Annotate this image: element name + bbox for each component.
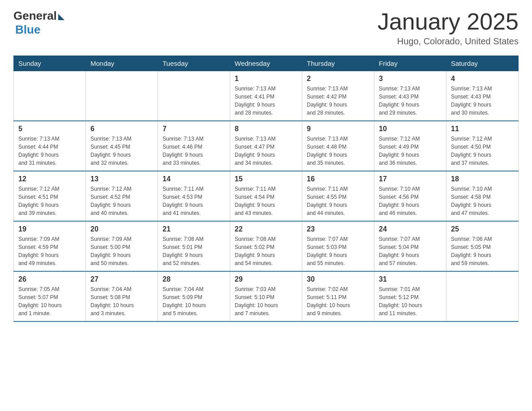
day-number: 17: [379, 175, 442, 183]
calendar-cell: 2Sunrise: 7:13 AM Sunset: 4:42 PM Daylig…: [302, 71, 374, 121]
day-info: Sunrise: 7:11 AM Sunset: 4:55 PM Dayligh…: [307, 185, 369, 217]
day-number: 27: [90, 275, 153, 283]
day-number: 24: [379, 225, 442, 233]
day-number: 3: [379, 75, 442, 83]
calendar-cell: 24Sunrise: 7:07 AM Sunset: 5:04 PM Dayli…: [374, 221, 446, 271]
day-number: 21: [163, 225, 225, 233]
day-info: Sunrise: 7:12 AM Sunset: 4:49 PM Dayligh…: [379, 135, 442, 167]
calendar-cell: 29Sunrise: 7:03 AM Sunset: 5:10 PM Dayli…: [230, 271, 302, 321]
weekday-header-monday: Monday: [86, 56, 158, 71]
day-number: 26: [18, 275, 81, 283]
calendar-cell: 27Sunrise: 7:04 AM Sunset: 5:08 PM Dayli…: [86, 271, 158, 321]
calendar-cell: 21Sunrise: 7:08 AM Sunset: 5:01 PM Dayli…: [158, 221, 230, 271]
day-number: 29: [235, 275, 297, 283]
day-number: 1: [235, 75, 297, 83]
calendar-cell: [158, 71, 230, 121]
calendar-cell: 11Sunrise: 7:12 AM Sunset: 4:50 PM Dayli…: [446, 121, 519, 171]
calendar-cell: 31Sunrise: 7:01 AM Sunset: 5:12 PM Dayli…: [374, 271, 446, 321]
weekday-header-tuesday: Tuesday: [158, 56, 230, 71]
day-info: Sunrise: 7:13 AM Sunset: 4:47 PM Dayligh…: [235, 135, 297, 167]
calendar-location: Hugo, Colorado, United States: [378, 36, 519, 47]
day-number: 5: [18, 125, 81, 133]
day-info: Sunrise: 7:04 AM Sunset: 5:09 PM Dayligh…: [163, 285, 225, 317]
day-info: Sunrise: 7:13 AM Sunset: 4:43 PM Dayligh…: [451, 85, 514, 117]
day-number: 2: [307, 75, 369, 83]
calendar-table: SundayMondayTuesdayWednesdayThursdayFrid…: [13, 56, 519, 322]
day-number: 19: [18, 225, 81, 233]
logo-blue-text: Blue: [15, 23, 40, 37]
calendar-cell: 15Sunrise: 7:11 AM Sunset: 4:54 PM Dayli…: [230, 171, 302, 221]
calendar-cell: 5Sunrise: 7:13 AM Sunset: 4:44 PM Daylig…: [14, 121, 86, 171]
calendar-cell: 8Sunrise: 7:13 AM Sunset: 4:47 PM Daylig…: [230, 121, 302, 171]
day-info: Sunrise: 7:13 AM Sunset: 4:41 PM Dayligh…: [235, 85, 297, 117]
day-info: Sunrise: 7:08 AM Sunset: 5:02 PM Dayligh…: [235, 235, 297, 267]
day-info: Sunrise: 7:13 AM Sunset: 4:45 PM Dayligh…: [90, 135, 153, 167]
calendar-cell: 30Sunrise: 7:02 AM Sunset: 5:11 PM Dayli…: [302, 271, 374, 321]
day-info: Sunrise: 7:13 AM Sunset: 4:42 PM Dayligh…: [307, 85, 369, 117]
logo-general-text: General: [13, 9, 57, 23]
title-block: January 2025 Hugo, Colorado, United Stat…: [378, 9, 519, 47]
day-info: Sunrise: 7:07 AM Sunset: 5:04 PM Dayligh…: [379, 235, 442, 267]
day-info: Sunrise: 7:06 AM Sunset: 5:05 PM Dayligh…: [451, 235, 514, 267]
day-number: 16: [307, 175, 369, 183]
calendar-cell: [86, 71, 158, 121]
day-number: 7: [163, 125, 225, 133]
day-info: Sunrise: 7:08 AM Sunset: 5:01 PM Dayligh…: [163, 235, 225, 267]
page-header: General Blue January 2025 Hugo, Colorado…: [13, 9, 519, 47]
day-info: Sunrise: 7:05 AM Sunset: 5:07 PM Dayligh…: [18, 285, 81, 317]
calendar-row-5: 26Sunrise: 7:05 AM Sunset: 5:07 PM Dayli…: [14, 271, 519, 321]
calendar-cell: 14Sunrise: 7:11 AM Sunset: 4:53 PM Dayli…: [158, 171, 230, 221]
weekday-header-row: SundayMondayTuesdayWednesdayThursdayFrid…: [14, 56, 519, 71]
day-info: Sunrise: 7:10 AM Sunset: 4:56 PM Dayligh…: [379, 185, 442, 217]
day-info: Sunrise: 7:02 AM Sunset: 5:11 PM Dayligh…: [307, 285, 369, 317]
logo: General Blue: [13, 9, 64, 37]
calendar-cell: 1Sunrise: 7:13 AM Sunset: 4:41 PM Daylig…: [230, 71, 302, 121]
calendar-cell: 26Sunrise: 7:05 AM Sunset: 5:07 PM Dayli…: [14, 271, 86, 321]
calendar-cell: [14, 71, 86, 121]
day-info: Sunrise: 7:01 AM Sunset: 5:12 PM Dayligh…: [379, 285, 442, 317]
calendar-cell: 18Sunrise: 7:10 AM Sunset: 4:58 PM Dayli…: [446, 171, 519, 221]
weekday-header-wednesday: Wednesday: [230, 56, 302, 71]
day-number: 15: [235, 175, 297, 183]
day-number: 8: [235, 125, 297, 133]
day-info: Sunrise: 7:11 AM Sunset: 4:54 PM Dayligh…: [235, 185, 297, 217]
calendar-cell: [446, 271, 519, 321]
day-info: Sunrise: 7:13 AM Sunset: 4:44 PM Dayligh…: [18, 135, 81, 167]
calendar-cell: 10Sunrise: 7:12 AM Sunset: 4:49 PM Dayli…: [374, 121, 446, 171]
day-number: 31: [379, 275, 442, 283]
weekday-header-sunday: Sunday: [14, 56, 86, 71]
calendar-row-3: 12Sunrise: 7:12 AM Sunset: 4:51 PM Dayli…: [14, 171, 519, 221]
day-number: 18: [451, 175, 514, 183]
calendar-cell: 20Sunrise: 7:09 AM Sunset: 5:00 PM Dayli…: [86, 221, 158, 271]
day-info: Sunrise: 7:11 AM Sunset: 4:53 PM Dayligh…: [163, 185, 225, 217]
day-number: 30: [307, 275, 369, 283]
calendar-cell: 12Sunrise: 7:12 AM Sunset: 4:51 PM Dayli…: [14, 171, 86, 221]
calendar-cell: 23Sunrise: 7:07 AM Sunset: 5:03 PM Dayli…: [302, 221, 374, 271]
calendar-cell: 19Sunrise: 7:09 AM Sunset: 4:59 PM Dayli…: [14, 221, 86, 271]
day-number: 28: [163, 275, 225, 283]
weekday-header-friday: Friday: [374, 56, 446, 71]
calendar-cell: 16Sunrise: 7:11 AM Sunset: 4:55 PM Dayli…: [302, 171, 374, 221]
calendar-row-1: 1Sunrise: 7:13 AM Sunset: 4:41 PM Daylig…: [14, 71, 519, 121]
calendar-cell: 28Sunrise: 7:04 AM Sunset: 5:09 PM Dayli…: [158, 271, 230, 321]
day-number: 13: [90, 175, 153, 183]
day-info: Sunrise: 7:12 AM Sunset: 4:50 PM Dayligh…: [451, 135, 514, 167]
calendar-cell: 4Sunrise: 7:13 AM Sunset: 4:43 PM Daylig…: [446, 71, 519, 121]
calendar-cell: 17Sunrise: 7:10 AM Sunset: 4:56 PM Dayli…: [374, 171, 446, 221]
day-info: Sunrise: 7:04 AM Sunset: 5:08 PM Dayligh…: [90, 285, 153, 317]
day-info: Sunrise: 7:12 AM Sunset: 4:51 PM Dayligh…: [18, 185, 81, 217]
calendar-cell: 7Sunrise: 7:13 AM Sunset: 4:46 PM Daylig…: [158, 121, 230, 171]
calendar-cell: 13Sunrise: 7:12 AM Sunset: 4:52 PM Dayli…: [86, 171, 158, 221]
day-info: Sunrise: 7:13 AM Sunset: 4:43 PM Dayligh…: [379, 85, 442, 117]
day-number: 9: [307, 125, 369, 133]
day-info: Sunrise: 7:09 AM Sunset: 4:59 PM Dayligh…: [18, 235, 81, 267]
day-info: Sunrise: 7:10 AM Sunset: 4:58 PM Dayligh…: [451, 185, 514, 217]
day-number: 23: [307, 225, 369, 233]
day-number: 14: [163, 175, 225, 183]
day-number: 12: [18, 175, 81, 183]
calendar-cell: 25Sunrise: 7:06 AM Sunset: 5:05 PM Dayli…: [446, 221, 519, 271]
day-info: Sunrise: 7:13 AM Sunset: 4:46 PM Dayligh…: [163, 135, 225, 167]
day-info: Sunrise: 7:12 AM Sunset: 4:52 PM Dayligh…: [90, 185, 153, 217]
day-number: 4: [451, 75, 514, 83]
calendar-title: January 2025: [378, 9, 519, 34]
